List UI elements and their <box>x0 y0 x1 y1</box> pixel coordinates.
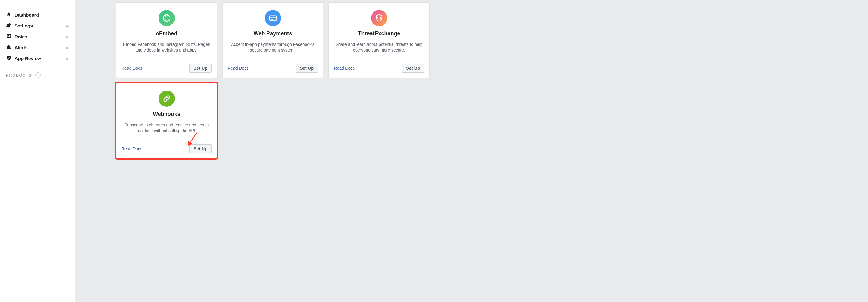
card-description: Subscribe to changes and receive updates… <box>121 122 212 134</box>
read-docs-link[interactable]: Read Docs <box>228 66 248 71</box>
add-product-button[interactable]: + <box>35 72 41 78</box>
card-title: ThreatExchange <box>334 31 424 37</box>
chevron-right-icon: ▶ <box>66 57 69 61</box>
setup-button[interactable]: Set Up <box>189 144 212 153</box>
read-docs-link[interactable]: Read Docs <box>121 66 142 71</box>
read-docs-link[interactable]: Read Docs <box>334 66 355 71</box>
card-icon <box>265 10 281 26</box>
card-description: Share and learn about potential threats … <box>334 42 424 53</box>
card-description: Accept in-app payments through Facebook'… <box>228 42 318 53</box>
svg-point-4 <box>169 16 170 18</box>
home-icon <box>6 12 11 19</box>
setup-button[interactable]: Set Up <box>296 64 318 73</box>
id-icon <box>6 33 11 40</box>
sidebar-item-app-review[interactable]: App Review ▶ <box>4 53 71 64</box>
card-webhooks: Webhooks Subscribe to changes and receiv… <box>116 83 217 158</box>
sidebar-item-label: Dashboard <box>14 12 39 18</box>
chevron-right-icon: ▶ <box>66 46 69 50</box>
globe-icon <box>158 10 175 26</box>
sidebar-item-label: Settings <box>14 23 33 29</box>
sidebar-item-alerts[interactable]: Alerts ▶ <box>4 42 71 53</box>
sidebar: Dashboard Settings ▶ Roles ▶ Alerts ▶ <box>0 0 75 302</box>
svg-point-3 <box>164 15 165 16</box>
chevron-right-icon: ▶ <box>66 35 69 39</box>
sidebar-item-label: App Review <box>14 56 41 61</box>
main-content: oEmbed Embed Facebook and Instagram post… <box>75 0 868 302</box>
sidebar-item-label: Roles <box>14 34 27 39</box>
svg-rect-6 <box>269 16 276 21</box>
sidebar-item-roles[interactable]: Roles ▶ <box>4 31 71 42</box>
card-title: Webhooks <box>121 111 212 118</box>
card-description: Embed Facebook and Instagram posts, Page… <box>121 42 212 53</box>
link-icon <box>158 91 175 107</box>
gear-icon <box>6 23 11 29</box>
sidebar-item-settings[interactable]: Settings ▶ <box>4 21 71 31</box>
products-label: Products <box>6 73 32 77</box>
setup-button[interactable]: Set Up <box>402 64 424 73</box>
products-section-header: Products + <box>4 64 71 80</box>
card-web-payments: Web Payments Accept in-app payments thro… <box>222 2 323 78</box>
chevron-right-icon: ▶ <box>66 24 69 28</box>
bell-icon <box>6 44 11 51</box>
sidebar-item-label: Alerts <box>14 45 28 51</box>
setup-button[interactable]: Set Up <box>189 64 212 73</box>
sidebar-item-dashboard[interactable]: Dashboard <box>4 10 71 21</box>
card-oembed: oEmbed Embed Facebook and Instagram post… <box>116 2 217 78</box>
svg-point-5 <box>168 20 169 21</box>
svg-point-0 <box>163 15 170 22</box>
card-title: Web Payments <box>228 31 318 37</box>
shield-trade-icon <box>371 10 388 26</box>
card-title: oEmbed <box>121 31 212 37</box>
product-cards-grid: oEmbed Embed Facebook and Instagram post… <box>116 2 436 158</box>
shield-icon <box>6 55 11 62</box>
card-threatexchange: ThreatExchange Share and learn about pot… <box>329 2 430 78</box>
read-docs-link[interactable]: Read Docs <box>121 146 142 151</box>
svg-point-1 <box>165 15 168 22</box>
